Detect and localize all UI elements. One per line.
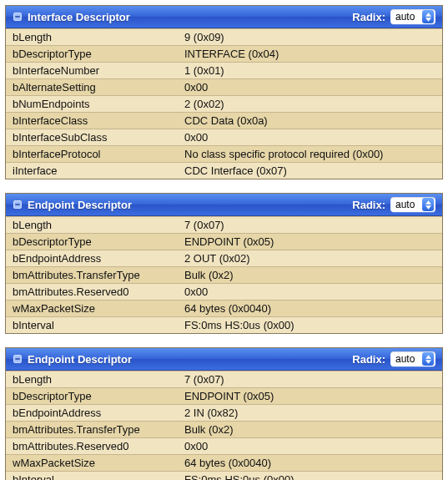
- property-value: ENDPOINT (0x05): [178, 388, 442, 405]
- table-row[interactable]: iInterfaceCDC Interface (0x07): [6, 163, 442, 179]
- property-key: bmAttributes.TransferType: [6, 422, 178, 438]
- property-value: 64 bytes (0x0040): [178, 301, 442, 317]
- panel-title: Endpoint Descriptor: [28, 199, 132, 211]
- radix-select-value: auto: [395, 199, 422, 210]
- table-row[interactable]: bLength9 (0x09): [6, 29, 442, 46]
- properties-table: bLength9 (0x09)bDescriptorTypeINTERFACE …: [6, 28, 442, 179]
- radix-select[interactable]: auto: [390, 9, 435, 24]
- property-value: CDC Interface (0x07): [178, 163, 442, 179]
- property-value: INTERFACE (0x04): [178, 46, 442, 63]
- updown-arrows-icon: [422, 352, 434, 366]
- property-value: 0x00: [178, 79, 442, 96]
- property-key: bLength: [6, 217, 178, 234]
- svg-marker-7: [425, 205, 431, 209]
- property-key: bInterfaceClass: [6, 113, 178, 129]
- table-row[interactable]: bInterfaceClassCDC Data (0x0a): [6, 113, 442, 129]
- table-row[interactable]: bInterfaceProtocolNo class specific prot…: [6, 146, 442, 163]
- property-value: FS:0ms HS:0us (0x00): [178, 472, 442, 481]
- panel-header: Endpoint DescriptorRadix:auto: [6, 348, 442, 371]
- disclosure-toggle-icon[interactable]: [13, 12, 23, 22]
- property-key: bNumEndpoints: [6, 96, 178, 113]
- property-key: bDescriptorType: [6, 234, 178, 250]
- property-key: bDescriptorType: [6, 388, 178, 405]
- property-key: bAlternateSetting: [6, 79, 178, 96]
- property-value: 1 (0x01): [178, 63, 442, 79]
- property-value: 0x00: [178, 284, 442, 301]
- svg-marker-11: [425, 360, 431, 363]
- radix-select[interactable]: auto: [390, 197, 435, 212]
- property-key: bInterfaceSubClass: [6, 129, 178, 146]
- table-row[interactable]: wMaxPacketSize64 bytes (0x0040): [6, 301, 442, 317]
- descriptor-panel: Endpoint DescriptorRadix:autobLength7 (0…: [5, 193, 443, 334]
- property-value: CDC Data (0x0a): [178, 113, 442, 129]
- property-key: bmAttributes.Reserved0: [6, 438, 178, 455]
- property-value: 64 bytes (0x0040): [178, 455, 442, 472]
- property-key: bInterval: [6, 472, 178, 481]
- table-row[interactable]: bInterfaceSubClass0x00: [6, 129, 442, 146]
- table-row[interactable]: bmAttributes.TransferTypeBulk (0x2): [6, 267, 442, 284]
- property-key: wMaxPacketSize: [6, 455, 178, 472]
- property-value: No class specific protocol required (0x0…: [178, 146, 442, 163]
- table-row[interactable]: wMaxPacketSize64 bytes (0x0040): [6, 455, 442, 472]
- panel-header: Endpoint DescriptorRadix:auto: [6, 194, 442, 216]
- disclosure-toggle-icon[interactable]: [13, 200, 23, 210]
- table-row[interactable]: bInterfaceNumber1 (0x01): [6, 63, 442, 79]
- property-value: FS:0ms HS:0us (0x00): [178, 317, 442, 334]
- properties-table: bLength7 (0x07)bDescriptorTypeENDPOINT (…: [6, 216, 442, 333]
- panel-title: Interface Descriptor: [28, 11, 130, 23]
- table-row[interactable]: bNumEndpoints2 (0x02): [6, 96, 442, 113]
- property-value: ENDPOINT (0x05): [178, 234, 442, 250]
- property-value: 9 (0x09): [178, 29, 442, 46]
- property-value: 2 (0x02): [178, 96, 442, 113]
- property-value: Bulk (0x2): [178, 422, 442, 438]
- table-row[interactable]: bmAttributes.Reserved00x00: [6, 438, 442, 455]
- radix-select-value: auto: [395, 11, 422, 23]
- svg-marker-10: [425, 355, 431, 358]
- radix-select[interactable]: auto: [390, 351, 435, 366]
- radix-label: Radix:: [352, 11, 385, 23]
- table-row[interactable]: bmAttributes.TransferTypeBulk (0x2): [6, 422, 442, 438]
- table-row[interactable]: bDescriptorTypeENDPOINT (0x05): [6, 388, 442, 405]
- property-value: 0x00: [178, 129, 442, 146]
- table-row[interactable]: bDescriptorTypeINTERFACE (0x04): [6, 46, 442, 63]
- property-key: bmAttributes.Reserved0: [6, 284, 178, 301]
- table-row[interactable]: bmAttributes.Reserved00x00: [6, 284, 442, 301]
- property-key: bInterval: [6, 317, 178, 334]
- radix-label: Radix:: [352, 353, 385, 366]
- property-value: 2 IN (0x82): [178, 405, 442, 422]
- radix-label: Radix:: [352, 199, 385, 211]
- panel-header: Interface DescriptorRadix:auto: [6, 6, 442, 28]
- property-value: 0x00: [178, 438, 442, 455]
- properties-table: bLength7 (0x07)bDescriptorTypeENDPOINT (…: [6, 371, 442, 480]
- property-key: bDescriptorType: [6, 46, 178, 63]
- table-row[interactable]: bDescriptorTypeENDPOINT (0x05): [6, 234, 442, 250]
- property-key: bEndpointAddress: [6, 405, 178, 422]
- descriptor-panel: Interface DescriptorRadix:autobLength9 (…: [5, 5, 443, 179]
- disclosure-toggle-icon[interactable]: [13, 354, 23, 364]
- table-row[interactable]: bLength7 (0x07): [6, 371, 442, 388]
- descriptor-panels: Interface DescriptorRadix:autobLength9 (…: [5, 5, 443, 480]
- descriptor-panel: Endpoint DescriptorRadix:autobLength7 (0…: [5, 347, 443, 480]
- property-key: bInterfaceNumber: [6, 63, 178, 79]
- table-row[interactable]: bLength7 (0x07): [6, 217, 442, 234]
- table-row[interactable]: bIntervalFS:0ms HS:0us (0x00): [6, 472, 442, 481]
- updown-arrows-icon: [422, 198, 434, 211]
- svg-marker-3: [425, 18, 431, 21]
- table-row[interactable]: bEndpointAddress2 OUT (0x02): [6, 250, 442, 267]
- property-value: 7 (0x07): [178, 217, 442, 234]
- table-row[interactable]: bAlternateSetting0x00: [6, 79, 442, 96]
- table-row[interactable]: bEndpointAddress2 IN (0x82): [6, 405, 442, 422]
- property-key: bmAttributes.TransferType: [6, 267, 178, 284]
- property-key: bLength: [6, 371, 178, 388]
- property-key: bEndpointAddress: [6, 250, 178, 267]
- panel-title: Endpoint Descriptor: [28, 353, 132, 366]
- property-value: Bulk (0x2): [178, 267, 442, 284]
- property-value: 7 (0x07): [178, 371, 442, 388]
- table-row[interactable]: bIntervalFS:0ms HS:0us (0x00): [6, 317, 442, 334]
- property-key: bInterfaceProtocol: [6, 146, 178, 163]
- property-key: bLength: [6, 29, 178, 46]
- property-key: wMaxPacketSize: [6, 301, 178, 317]
- updown-arrows-icon: [422, 10, 434, 23]
- property-value: 2 OUT (0x02): [178, 250, 442, 267]
- svg-marker-6: [425, 200, 431, 204]
